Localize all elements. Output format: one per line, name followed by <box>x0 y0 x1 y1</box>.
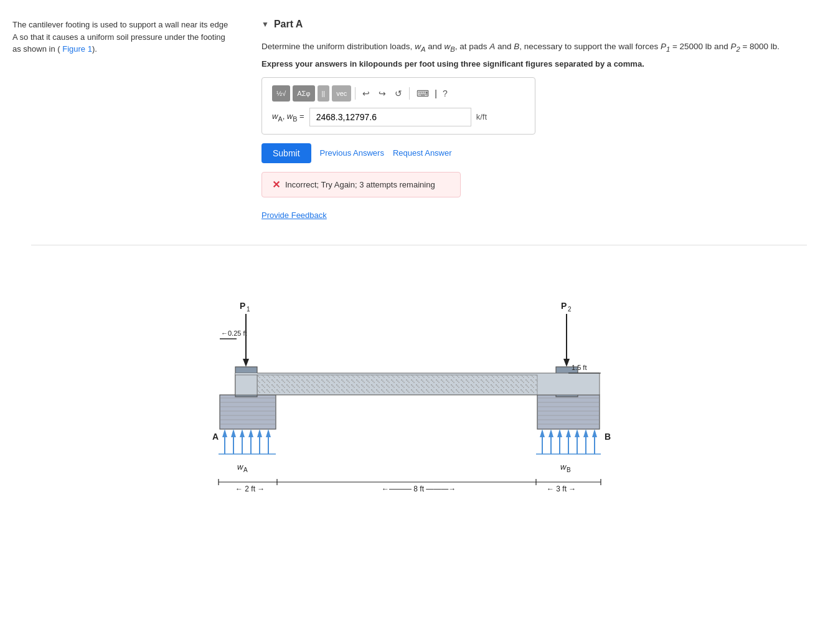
sidebar: The cantilever footing is used to suppor… <box>0 12 243 226</box>
sidebar-description: The cantilever footing is used to suppor… <box>12 20 228 54</box>
answer-unit: k/ft <box>476 112 487 121</box>
svg-text:← 2 ft →: ← 2 ft → <box>235 485 265 493</box>
svg-text:A: A <box>243 466 248 473</box>
error-box: ✕ Incorrect; Try Again; 3 attempts remai… <box>261 172 461 197</box>
svg-marker-59 <box>575 429 580 437</box>
svg-marker-27 <box>243 359 249 367</box>
answer-input[interactable] <box>309 108 471 126</box>
svg-marker-55 <box>557 429 562 437</box>
toolbar-separator <box>355 87 355 100</box>
keyboard-btn[interactable]: ⌨ <box>413 87 432 100</box>
svg-marker-51 <box>540 429 545 437</box>
svg-text:←0.25 ft: ←0.25 ft <box>221 329 247 337</box>
vector-btn[interactable]: vec <box>332 85 351 102</box>
page-container: The cantilever footing is used to suppor… <box>0 0 838 644</box>
toolbar-separator2 <box>409 87 410 100</box>
svg-marker-48 <box>266 429 271 437</box>
buttons-row: Submit Previous Answers Request Answer <box>261 143 819 163</box>
math-toolbar: ½√ AΣφ || vec ↩ ↪ ↺ ⌨ | ? <box>272 85 525 102</box>
P2-label: P2 <box>730 42 740 51</box>
request-answer-btn[interactable]: Request Answer <box>393 148 452 158</box>
P1-diagram-label: P <box>240 301 245 311</box>
submit-button[interactable]: Submit <box>261 143 311 163</box>
svg-marker-44 <box>248 429 253 437</box>
reset-btn[interactable]: ↺ <box>392 87 405 100</box>
svg-marker-40 <box>231 429 236 437</box>
fraction-sqrt-btn[interactable]: ½√ <box>272 85 290 102</box>
provide-feedback-btn[interactable]: Provide Feedback <box>261 211 327 220</box>
sidebar-text: The cantilever footing is used to suppor… <box>12 20 228 54</box>
part-header: ▼ Part A <box>261 19 819 30</box>
svg-text:B: B <box>567 466 571 473</box>
part-collapse-arrow[interactable]: ▼ <box>261 20 269 29</box>
svg-marker-57 <box>566 429 571 437</box>
A-label: A <box>212 432 219 442</box>
error-text: Incorrect; Try Again; 3 attempts remaini… <box>285 180 435 189</box>
svg-marker-24 <box>235 373 257 375</box>
answer-field-label: wA, wB = <box>272 111 304 123</box>
error-icon: ✕ <box>272 179 280 191</box>
undo-btn[interactable]: ↩ <box>359 87 373 100</box>
svg-marker-32 <box>563 359 570 367</box>
section-divider <box>31 245 807 245</box>
matrix-btn[interactable]: || <box>318 85 330 102</box>
wB-label: wB <box>444 42 454 51</box>
svg-text:1.5 ft: 1.5 ft <box>572 364 586 371</box>
svg-text:← 3 ft →: ← 3 ft → <box>547 485 576 493</box>
pad-B: B <box>514 42 519 51</box>
svg-marker-53 <box>548 429 553 437</box>
wA-label: wA <box>415 42 425 51</box>
diagram-section: P 1 ←0.25 ft P 2 1.5 ft A B <box>0 252 838 538</box>
cantilever-diagram: P 1 ←0.25 ft P 2 1.5 ft A B <box>201 264 637 526</box>
previous-answers-btn[interactable]: Previous Answers <box>320 148 384 158</box>
pad-A: A <box>489 42 495 51</box>
svg-text:2: 2 <box>568 306 572 313</box>
part-title: Part A <box>274 19 303 30</box>
P1-label: P1 <box>661 42 670 51</box>
top-section: The cantilever footing is used to suppor… <box>0 0 838 239</box>
svg-text:1: 1 <box>247 306 250 313</box>
redo-btn[interactable]: ↪ <box>375 87 389 100</box>
svg-marker-61 <box>583 429 588 437</box>
svg-marker-46 <box>257 429 262 437</box>
svg-marker-63 <box>592 429 597 437</box>
help-btn[interactable]: ? <box>440 87 451 100</box>
svg-marker-38 <box>222 429 227 437</box>
svg-rect-20 <box>257 375 537 395</box>
figure1-link[interactable]: Figure 1 <box>62 44 92 54</box>
main-content: ▼ Part A Determine the uniform distribut… <box>243 12 838 226</box>
B-label: B <box>605 432 611 442</box>
svg-marker-42 <box>240 429 245 437</box>
symbol-btn[interactable]: AΣφ <box>293 85 314 102</box>
svg-rect-25 <box>235 375 257 395</box>
svg-text:P: P <box>561 301 567 311</box>
answer-row: wA, wB = k/ft <box>272 108 525 126</box>
answer-instruction: Express your answers in kilopounds per f… <box>261 59 819 69</box>
svg-text:←——— 8 ft ———→: ←——— 8 ft ———→ <box>382 485 456 493</box>
problem-statement: Determine the uniform distribution loads… <box>261 40 819 55</box>
input-container: ½√ AΣφ || vec ↩ ↪ ↺ ⌨ | ? wA, wB = <box>261 77 535 135</box>
